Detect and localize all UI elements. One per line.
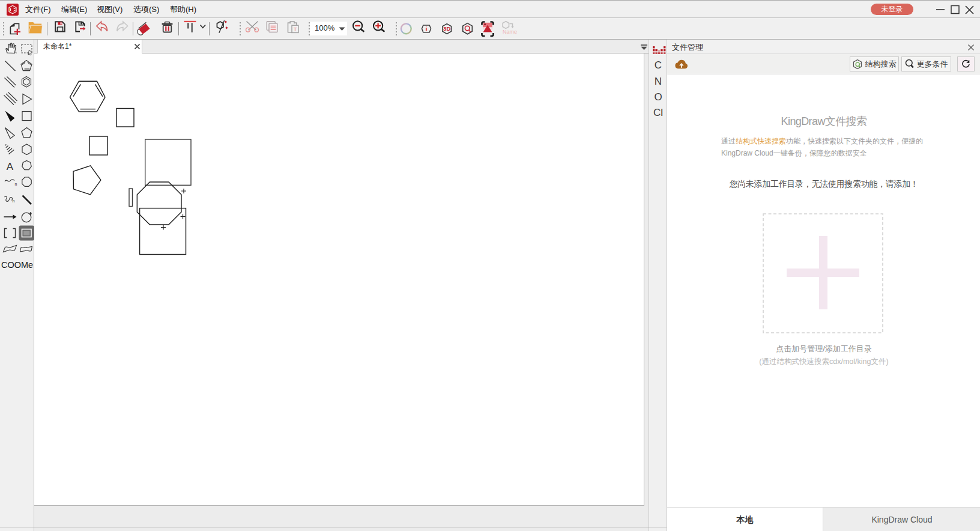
svg-text:Name: Name (503, 29, 517, 35)
svg-text:n: n (13, 199, 15, 203)
svg-text:n: n (15, 182, 17, 186)
svg-text:T: T (294, 26, 297, 32)
svg-text:3D: 3D (443, 25, 450, 32)
svg-text:A: A (7, 161, 14, 172)
svg-text:COOMe: COOMe (1, 260, 33, 270)
